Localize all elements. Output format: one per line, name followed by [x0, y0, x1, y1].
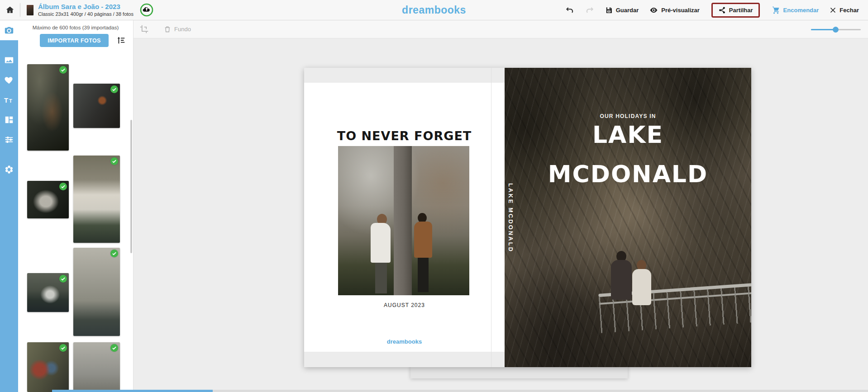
photo-thumbnail-cliff-and-boat[interactable]: [73, 248, 120, 336]
eye-icon: [649, 6, 658, 14]
rail-item-photos[interactable]: [0, 20, 18, 40]
album-cover-thumbnail: [27, 5, 33, 15]
crop-button[interactable]: [140, 25, 148, 33]
camera-icon: [4, 25, 14, 35]
horizontal-scrollbar-track[interactable]: [134, 390, 868, 392]
undo-icon: [565, 5, 574, 14]
used-check-icon: [110, 250, 118, 257]
photobook-editor: Álbum Sara e João - 2023 Classic 23x31 4…: [0, 0, 868, 392]
rail-item-text[interactable]: TT: [0, 90, 18, 110]
save-label: Guardar: [616, 7, 639, 14]
share-button[interactable]: Partilhar: [711, 3, 760, 18]
zoom-slider-fill: [811, 29, 836, 30]
album-meta: Álbum Sara e João - 2023 Classic 23x31 4…: [38, 3, 134, 18]
svg-text:T: T: [4, 97, 8, 104]
rail-item-decorations[interactable]: [0, 160, 18, 179]
order-button[interactable]: Encomendar: [772, 6, 819, 14]
share-icon: [718, 6, 726, 14]
preview-label: Pré-visualizar: [661, 7, 700, 14]
photo-thumbnail-boat-on-lake[interactable]: [27, 273, 69, 312]
rail-item-images[interactable]: [0, 50, 18, 70]
background-label: Fundo: [174, 26, 191, 33]
save-icon: [605, 6, 613, 14]
man-figure: [611, 251, 632, 300]
top-bar: Álbum Sara e João - 2023 Classic 23x31 4…: [0, 0, 868, 20]
back-cover-page[interactable]: TO NEVER FORGET AUGUST 2023 dreambooks: [304, 68, 505, 367]
top-bar-actions: Guardar Pré-visualizar Partilhar Encomen…: [565, 3, 868, 18]
cover-spread[interactable]: TO NEVER FORGET AUGUST 2023 dreambooks L…: [304, 68, 751, 367]
order-label: Encomendar: [783, 7, 819, 14]
redo-icon: [585, 5, 594, 14]
close-button[interactable]: Fechar: [830, 7, 859, 14]
used-check-icon: [59, 66, 67, 74]
rail-item-adjustments[interactable]: [0, 130, 18, 150]
spine-title[interactable]: LAKE MCDONALD: [507, 183, 514, 332]
front-cover-title-line2[interactable]: MCDONALD: [505, 161, 751, 188]
woman-figure: [371, 214, 391, 293]
album-subtitle: Classic 23x31 400gr / 40 páginas / 38 fo…: [38, 11, 134, 18]
flower-icon: [4, 165, 14, 175]
upload-status-badge: [140, 3, 153, 17]
used-check-icon: [59, 344, 67, 352]
woman-figure: [632, 260, 651, 305]
redo-button[interactable]: [585, 5, 594, 14]
top-bar-left: Álbum Sara e João - 2023 Classic 23x31 4…: [0, 0, 153, 20]
used-check-icon: [110, 344, 118, 352]
heart-icon: [4, 75, 14, 85]
photo-thumbnail-couple-on-bridge[interactable]: [27, 64, 69, 151]
photo-thumbnail-woman-white-sweater[interactable]: [27, 181, 69, 218]
share-label: Partilhar: [729, 7, 753, 14]
text-icon: TT: [4, 95, 14, 105]
back-cover-caption[interactable]: AUGUST 2023: [304, 302, 505, 308]
photo-thumbnail-couple-sitting-rocks[interactable]: [27, 342, 69, 392]
sort-photos-button[interactable]: [116, 35, 127, 46]
cart-icon: [772, 6, 780, 14]
front-cover-title-line1[interactable]: LAKE: [505, 121, 751, 148]
rail-item-favorites[interactable]: [0, 70, 18, 90]
delete-background-button[interactable]: Fundo: [164, 25, 191, 33]
tree-trunk: [394, 146, 412, 295]
bleed-area-bottom: [304, 352, 505, 367]
cloud-upload-icon: [140, 3, 153, 17]
back-cover-title[interactable]: TO NEVER FORGET: [304, 129, 505, 143]
horizontal-scrollbar-thumb[interactable]: [52, 390, 213, 392]
close-icon: [830, 7, 836, 14]
import-photos-button[interactable]: IMPORTAR FOTOS: [40, 34, 109, 47]
panel-scrollbar[interactable]: [130, 120, 132, 253]
used-check-icon: [110, 157, 118, 165]
canvas-toolbar: Fundo: [134, 20, 868, 38]
rail-item-layouts[interactable]: [0, 110, 18, 130]
tool-rail: TT: [0, 20, 18, 392]
photo-limit-label: Máximo de 600 fotos (39 importadas): [18, 25, 133, 30]
home-icon: [5, 5, 14, 14]
front-cover-kicker[interactable]: OUR HOLIDAYS IN: [505, 113, 751, 119]
zoom-slider[interactable]: [811, 27, 861, 33]
home-button[interactable]: [0, 5, 20, 14]
undo-button[interactable]: [565, 5, 574, 14]
photo-thumbnail-man-on-rocks[interactable]: [73, 84, 120, 128]
sort-icon: [116, 35, 127, 45]
photo-thumbnail-cliff-wall-couple[interactable]: [73, 342, 120, 392]
zoom-slider-thumb[interactable]: [833, 27, 839, 33]
save-button[interactable]: Guardar: [605, 6, 639, 14]
used-check-icon: [59, 183, 67, 190]
trash-icon: [164, 25, 171, 33]
svg-text:T: T: [9, 98, 12, 104]
man-figure: [414, 213, 432, 292]
close-label: Fechar: [839, 7, 859, 14]
photo-thumbnail-woman-hat-in-boat[interactable]: [73, 156, 120, 243]
back-cover-photo[interactable]: [338, 146, 469, 295]
layout-icon: [4, 115, 14, 125]
album-title[interactable]: Álbum Sara e João - 2023: [38, 3, 134, 11]
back-cover-brand: dreambooks: [304, 338, 505, 345]
crop-icon: [140, 25, 148, 33]
editor-canvas: Fundo TO NEVER FORGET: [134, 20, 868, 392]
bleed-area-top: [304, 68, 505, 83]
fold-line: [491, 68, 491, 367]
sliders-icon: [4, 135, 14, 145]
photo-panel: Máximo de 600 fotos (39 importadas) IMPO…: [18, 20, 134, 392]
preview-button[interactable]: Pré-visualizar: [649, 6, 700, 14]
divider: [20, 3, 20, 17]
front-cover-page[interactable]: LAKE MCDONALD OUR HOLIDAYS IN LAKE MCDON…: [505, 68, 751, 367]
image-icon: [4, 55, 14, 65]
